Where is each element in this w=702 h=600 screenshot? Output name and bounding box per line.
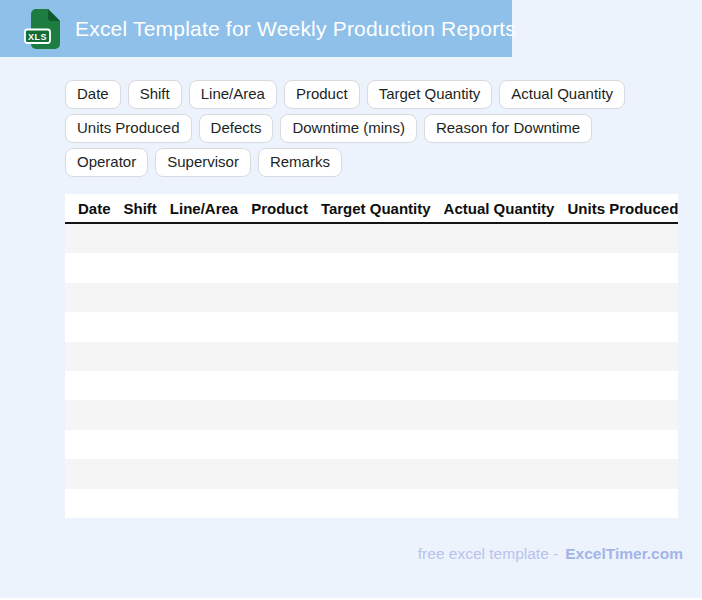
column-header: Line/Area	[170, 200, 238, 217]
column-header: Shift	[124, 200, 157, 217]
field-chip[interactable]: Shift	[128, 80, 182, 109]
field-chip[interactable]: Reason for Downtime	[424, 114, 592, 143]
table-header-row: DateShiftLine/AreaProductTarget Quantity…	[65, 194, 678, 224]
table-row	[65, 283, 678, 312]
field-chip[interactable]: Defects	[199, 114, 274, 143]
report-table: DateShiftLine/AreaProductTarget Quantity…	[65, 194, 678, 518]
field-chip[interactable]: Product	[284, 80, 360, 109]
field-chip[interactable]: Actual Quantity	[499, 80, 625, 109]
column-header: Target Quantity	[321, 200, 431, 217]
table-row	[65, 371, 678, 400]
field-chip[interactable]: Remarks	[258, 148, 342, 177]
table-row	[65, 430, 678, 459]
column-header: Units Produced	[567, 200, 678, 217]
table-body	[65, 224, 678, 518]
table-row	[65, 400, 678, 429]
table-row	[65, 253, 678, 282]
table-row	[65, 459, 678, 488]
field-chip[interactable]: Supervisor	[155, 148, 251, 177]
field-chip[interactable]: Downtime (mins)	[280, 114, 417, 143]
field-chip[interactable]: Target Quantity	[367, 80, 493, 109]
table-row	[65, 312, 678, 341]
field-chip[interactable]: Operator	[65, 148, 148, 177]
field-chip[interactable]: Line/Area	[189, 80, 277, 109]
field-chip[interactable]: Date	[65, 80, 121, 109]
xls-file-icon: XLS	[24, 8, 64, 50]
table-row	[65, 342, 678, 371]
footer-text: free excel template -	[418, 545, 558, 562]
page-title: Excel Template for Weekly Production Rep…	[75, 17, 516, 41]
footer-watermark: free excel template -ExcelTimer.com	[418, 545, 683, 563]
table-row	[65, 224, 678, 253]
footer-brand: ExcelTimer.com	[565, 545, 683, 562]
header-banner: XLS Excel Template for Weekly Production…	[0, 0, 512, 57]
table-row	[65, 489, 678, 518]
column-header: Actual Quantity	[444, 200, 555, 217]
field-chips: DateShiftLine/AreaProductTarget Quantity…	[65, 80, 665, 177]
column-header: Product	[251, 200, 308, 217]
xls-icon-label: XLS	[28, 31, 47, 41]
column-header: Date	[78, 200, 111, 217]
field-chip[interactable]: Units Produced	[65, 114, 192, 143]
